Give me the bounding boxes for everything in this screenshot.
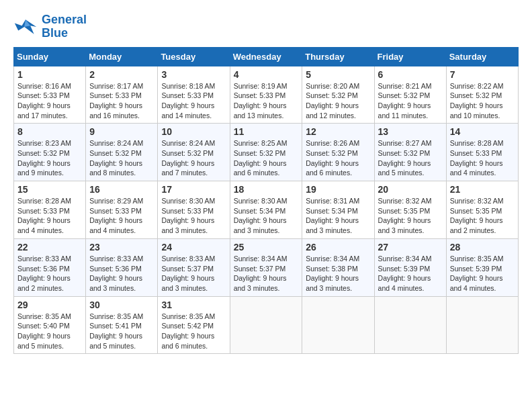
day-number: 21 <box>450 184 515 195</box>
calendar-cell: 23 Sunrise: 8:33 AM Sunset: 5:36 PM Dayl… <box>86 238 158 296</box>
column-header-monday: Monday <box>86 47 158 66</box>
day-info: Sunrise: 8:27 AM Sunset: 5:32 PM Dayligh… <box>378 138 443 178</box>
calendar-cell: 12 Sunrise: 8:26 AM Sunset: 5:32 PM Dayl… <box>302 124 374 181</box>
day-info: Sunrise: 8:24 AM Sunset: 5:32 PM Dayligh… <box>89 138 154 178</box>
calendar-cell: 13 Sunrise: 8:27 AM Sunset: 5:32 PM Dayl… <box>374 124 446 181</box>
day-info: Sunrise: 8:19 AM Sunset: 5:33 PM Dayligh… <box>234 81 299 121</box>
day-number: 14 <box>450 126 515 137</box>
day-number: 29 <box>17 300 82 310</box>
day-number: 30 <box>89 300 154 310</box>
calendar-cell: 26 Sunrise: 8:34 AM Sunset: 5:38 PM Dayl… <box>302 238 374 296</box>
calendar-cell: 17 Sunrise: 8:30 AM Sunset: 5:33 PM Dayl… <box>158 181 230 239</box>
calendar-cell <box>230 296 302 354</box>
day-info: Sunrise: 8:32 AM Sunset: 5:35 PM Dayligh… <box>450 196 515 236</box>
calendar-cell: 6 Sunrise: 8:21 AM Sunset: 5:32 PM Dayli… <box>374 66 446 124</box>
logo-text: General Blue <box>42 13 87 40</box>
calendar-header-row: SundayMondayTuesdayWednesdayThursdayFrid… <box>14 47 519 66</box>
day-number: 4 <box>234 69 299 80</box>
week-row-3: 15 Sunrise: 8:28 AM Sunset: 5:33 PM Dayl… <box>14 181 519 239</box>
day-info: Sunrise: 8:34 AM Sunset: 5:39 PM Dayligh… <box>378 254 443 293</box>
day-number: 1 <box>17 69 82 80</box>
day-info: Sunrise: 8:33 AM Sunset: 5:36 PM Dayligh… <box>89 254 154 293</box>
day-info: Sunrise: 8:22 AM Sunset: 5:32 PM Dayligh… <box>450 81 515 121</box>
day-number: 10 <box>161 126 226 137</box>
day-number: 28 <box>450 242 515 253</box>
calendar-cell: 18 Sunrise: 8:30 AM Sunset: 5:34 PM Dayl… <box>230 181 302 239</box>
day-info: Sunrise: 8:31 AM Sunset: 5:34 PM Dayligh… <box>306 196 370 236</box>
calendar-cell: 11 Sunrise: 8:25 AM Sunset: 5:32 PM Dayl… <box>230 124 302 181</box>
column-header-friday: Friday <box>374 47 446 66</box>
week-row-1: 1 Sunrise: 8:16 AM Sunset: 5:33 PM Dayli… <box>14 66 519 124</box>
calendar-cell: 10 Sunrise: 8:24 AM Sunset: 5:32 PM Dayl… <box>158 124 230 181</box>
calendar-cell: 15 Sunrise: 8:28 AM Sunset: 5:33 PM Dayl… <box>14 181 86 239</box>
day-number: 7 <box>450 69 515 80</box>
calendar-cell: 21 Sunrise: 8:32 AM Sunset: 5:35 PM Dayl… <box>446 181 518 239</box>
day-info: Sunrise: 8:34 AM Sunset: 5:38 PM Dayligh… <box>306 254 370 293</box>
week-row-4: 22 Sunrise: 8:33 AM Sunset: 5:36 PM Dayl… <box>14 238 519 296</box>
calendar-table: SundayMondayTuesdayWednesdayThursdayFrid… <box>13 47 519 355</box>
day-info: Sunrise: 8:25 AM Sunset: 5:32 PM Dayligh… <box>234 138 299 178</box>
day-number: 11 <box>234 126 299 137</box>
day-number: 18 <box>234 184 299 195</box>
calendar-cell <box>302 296 374 354</box>
day-info: Sunrise: 8:21 AM Sunset: 5:32 PM Dayligh… <box>378 81 443 121</box>
day-number: 17 <box>161 184 226 195</box>
day-number: 15 <box>17 184 82 195</box>
column-header-tuesday: Tuesday <box>158 47 230 66</box>
day-number: 20 <box>378 184 443 195</box>
day-info: Sunrise: 8:35 AM Sunset: 5:40 PM Dayligh… <box>17 312 82 351</box>
day-info: Sunrise: 8:33 AM Sunset: 5:36 PM Dayligh… <box>17 254 82 293</box>
calendar-cell: 19 Sunrise: 8:31 AM Sunset: 5:34 PM Dayl… <box>302 181 374 239</box>
calendar-cell: 25 Sunrise: 8:34 AM Sunset: 5:37 PM Dayl… <box>230 238 302 296</box>
day-number: 27 <box>378 242 443 253</box>
calendar-cell: 20 Sunrise: 8:32 AM Sunset: 5:35 PM Dayl… <box>374 181 446 239</box>
column-header-sunday: Sunday <box>14 47 86 66</box>
day-info: Sunrise: 8:23 AM Sunset: 5:32 PM Dayligh… <box>17 138 82 178</box>
calendar-cell: 4 Sunrise: 8:19 AM Sunset: 5:33 PM Dayli… <box>230 66 302 124</box>
day-number: 5 <box>306 69 370 80</box>
day-info: Sunrise: 8:24 AM Sunset: 5:32 PM Dayligh… <box>161 138 226 178</box>
day-number: 19 <box>306 184 370 195</box>
week-row-2: 8 Sunrise: 8:23 AM Sunset: 5:32 PM Dayli… <box>14 124 519 181</box>
day-info: Sunrise: 8:28 AM Sunset: 5:33 PM Dayligh… <box>450 138 515 178</box>
day-number: 31 <box>161 300 226 310</box>
day-number: 3 <box>161 69 226 80</box>
day-info: Sunrise: 8:34 AM Sunset: 5:37 PM Dayligh… <box>234 254 299 293</box>
calendar-cell: 8 Sunrise: 8:23 AM Sunset: 5:32 PM Dayli… <box>14 124 86 181</box>
calendar-cell: 16 Sunrise: 8:29 AM Sunset: 5:33 PM Dayl… <box>86 181 158 239</box>
week-row-5: 29 Sunrise: 8:35 AM Sunset: 5:40 PM Dayl… <box>14 296 519 354</box>
calendar-cell: 28 Sunrise: 8:35 AM Sunset: 5:39 PM Dayl… <box>446 238 518 296</box>
logo: General Blue <box>13 13 87 40</box>
day-info: Sunrise: 8:28 AM Sunset: 5:33 PM Dayligh… <box>17 196 82 236</box>
calendar-cell: 14 Sunrise: 8:28 AM Sunset: 5:33 PM Dayl… <box>446 124 518 181</box>
day-number: 2 <box>89 69 154 80</box>
day-number: 8 <box>17 126 82 137</box>
day-number: 12 <box>306 126 370 137</box>
calendar-cell: 24 Sunrise: 8:33 AM Sunset: 5:37 PM Dayl… <box>158 238 230 296</box>
calendar-cell: 27 Sunrise: 8:34 AM Sunset: 5:39 PM Dayl… <box>374 238 446 296</box>
day-info: Sunrise: 8:30 AM Sunset: 5:34 PM Dayligh… <box>234 196 299 236</box>
day-info: Sunrise: 8:18 AM Sunset: 5:33 PM Dayligh… <box>161 81 226 121</box>
day-number: 22 <box>17 242 82 253</box>
calendar-cell: 3 Sunrise: 8:18 AM Sunset: 5:33 PM Dayli… <box>158 66 230 124</box>
day-info: Sunrise: 8:16 AM Sunset: 5:33 PM Dayligh… <box>17 81 82 121</box>
calendar-cell <box>374 296 446 354</box>
column-header-thursday: Thursday <box>302 47 374 66</box>
day-number: 25 <box>234 242 299 253</box>
day-info: Sunrise: 8:35 AM Sunset: 5:42 PM Dayligh… <box>161 312 226 351</box>
calendar-cell: 22 Sunrise: 8:33 AM Sunset: 5:36 PM Dayl… <box>14 238 86 296</box>
calendar-cell: 29 Sunrise: 8:35 AM Sunset: 5:40 PM Dayl… <box>14 296 86 354</box>
calendar-cell: 2 Sunrise: 8:17 AM Sunset: 5:33 PM Dayli… <box>86 66 158 124</box>
day-number: 23 <box>89 242 154 253</box>
day-number: 24 <box>161 242 226 253</box>
day-number: 6 <box>378 69 443 80</box>
day-info: Sunrise: 8:32 AM Sunset: 5:35 PM Dayligh… <box>378 196 443 236</box>
calendar-cell: 7 Sunrise: 8:22 AM Sunset: 5:32 PM Dayli… <box>446 66 518 124</box>
day-number: 16 <box>89 184 154 195</box>
day-info: Sunrise: 8:33 AM Sunset: 5:37 PM Dayligh… <box>161 254 226 293</box>
calendar-cell <box>446 296 518 354</box>
day-info: Sunrise: 8:26 AM Sunset: 5:32 PM Dayligh… <box>306 138 370 178</box>
day-info: Sunrise: 8:17 AM Sunset: 5:33 PM Dayligh… <box>89 81 154 121</box>
day-number: 13 <box>378 126 443 137</box>
day-info: Sunrise: 8:35 AM Sunset: 5:39 PM Dayligh… <box>450 254 515 293</box>
